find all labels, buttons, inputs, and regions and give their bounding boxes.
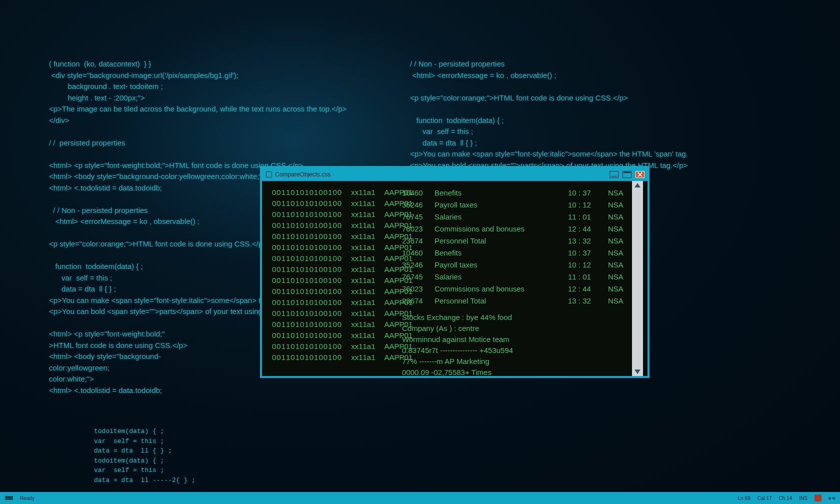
maximize-button[interactable] [622, 171, 632, 178]
minimize-button[interactable] [610, 171, 618, 178]
close-button[interactable] [636, 171, 644, 178]
binary-column: 001101010100100xx11a1AAPP010011010101001… [262, 181, 397, 376]
status-ins: INS [799, 496, 808, 501]
window-titlebar[interactable]: CompareObjects.css [262, 168, 648, 181]
vertical-scrollbar[interactable] [632, 181, 643, 376]
status-indicator [5, 496, 13, 500]
file-icon [266, 172, 272, 178]
scroll-up-icon[interactable] [634, 183, 640, 188]
code-window: CompareObjects.css 001101010100100xx11a1… [260, 166, 650, 378]
status-dots [828, 497, 835, 500]
status-bar: Ready Ln 69 Cal 17 Ch 14 INS [0, 492, 840, 504]
window-title: CompareObjects.css [275, 171, 330, 178]
scroll-down-icon[interactable] [634, 370, 640, 374]
data-column: 10460Benefits10 : 37NSA35246Payroll taxe… [397, 181, 632, 376]
status-col: Cal 17 [758, 496, 772, 501]
warning-icon[interactable] [814, 494, 822, 502]
status-ready: Ready [20, 496, 34, 501]
status-ch: Ch 14 [779, 496, 792, 501]
status-line: Ln 69 [738, 496, 750, 501]
window-body: 001101010100100xx11a1AAPP010011010101001… [262, 181, 648, 376]
